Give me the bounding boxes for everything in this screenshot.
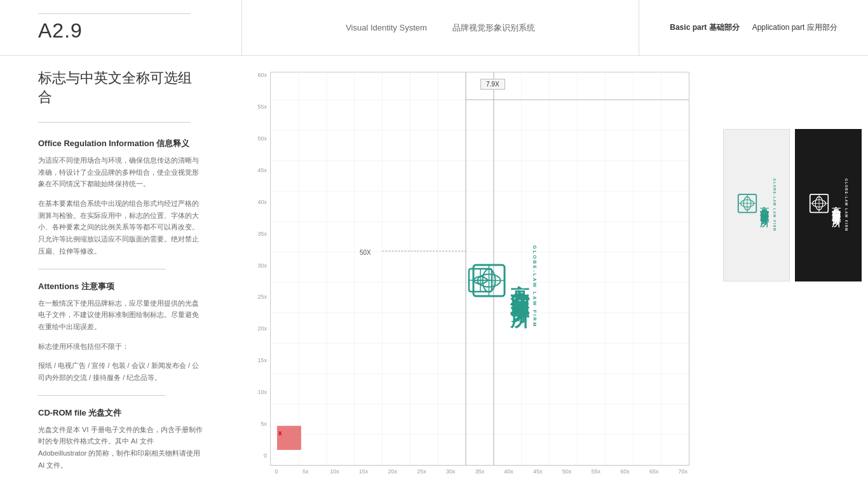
y-label-30: 30x	[251, 262, 267, 269]
dim-50x-label: 50X	[360, 249, 371, 256]
section2-title: Attentions 注意事项	[38, 281, 203, 292]
x-axis: 0 5x 10x 15x 20x 25x 30x 35x 40x 45x 50x…	[270, 466, 689, 475]
x-label-65: 65x	[648, 468, 660, 475]
y-label-15: 15x	[251, 357, 267, 363]
x-label-10: 10x	[328, 468, 341, 475]
sample-light-en: GLOBE-LAW LAW FIRM	[773, 179, 776, 232]
header-title-en: Visual Identity System	[346, 23, 427, 32]
y-label-5: 5x	[251, 421, 267, 427]
y-label-0: 0	[251, 452, 267, 459]
y-label-50: 50x	[251, 135, 267, 142]
left-panel: 标志与中英文全称可选组合 Office Regulation Informati…	[0, 56, 241, 488]
x-label-25: 25x	[416, 468, 428, 475]
section1-title: Office Regulation Information 信息释义	[38, 138, 203, 149]
x-label-15: 15x	[357, 468, 370, 475]
sample-dark-icon	[809, 193, 829, 217]
x-label-30: 30x	[444, 468, 457, 475]
section3-title: CD-ROM file 光盘文件	[38, 407, 203, 419]
page-code: A2.9	[38, 19, 241, 43]
main-title: 标志与中英文全称可选组合	[38, 69, 203, 112]
dim-79x-label: 7.9X	[480, 79, 505, 90]
header-title-cn: 品牌视觉形象识别系统	[452, 22, 535, 34]
section1-body1: 为适应不同使用场合与环境，确保信息传达的清晰与准确，特设计了企业品牌的多种组合，…	[38, 154, 203, 190]
header-top-line	[38, 13, 191, 14]
logo-sample-light: 高文律师事务所 GLOBE-LAW LAW FIRM	[723, 129, 790, 281]
section2-body2: 标志使用环境包括但不限于：	[38, 341, 203, 353]
y-label-40: 40x	[251, 199, 267, 205]
header-center: Visual Identity System 品牌视觉形象识别系统	[241, 0, 639, 55]
logo-samples-container: 高文律师事务所 GLOBE-LAW LAW FIRM 高文律师事务所 GLOBE…	[723, 129, 862, 281]
section1-body2: 在基本要素组合系统中出现的组合形式均经过严格的测算与检验。在实际应用中，标志的位…	[38, 198, 203, 257]
grid-container: 7.9X 50X x	[270, 72, 689, 466]
big-logo-svg	[471, 263, 506, 304]
header: A2.9 Visual Identity System 品牌视觉形象识别系统 B…	[0, 0, 868, 56]
x-label-70: 70x	[677, 468, 689, 475]
sample-dark-cn: 高文律师事务所	[831, 199, 843, 212]
x-label-20: 20x	[386, 468, 399, 475]
y-label-25: 25x	[251, 294, 267, 300]
right-panel: 0 5x 10x 15x 20x 25x 30x 35x 40x 45x 50x…	[241, 56, 868, 488]
x-label-50: 50x	[560, 468, 573, 475]
x-label-45: 45x	[531, 468, 544, 475]
x-label-5: 5x	[299, 468, 312, 475]
big-logo-area: 高文律师事务所 GLOBE-LAW LAW FIRM	[468, 100, 557, 467]
y-label-60: 60x	[251, 72, 267, 78]
header-left: A2.9	[0, 13, 241, 43]
logo-sample-dark: 高文律师事务所 GLOBE-LAW LAW FIRM	[795, 129, 862, 281]
red-x-mark: x	[278, 430, 282, 437]
divider-3	[38, 395, 165, 396]
y-axis: 0 5x 10x 15x 20x 25x 30x 35x 40x 45x 50x…	[251, 72, 267, 459]
sample-light-icon	[737, 193, 757, 217]
sample-dark-en: GLOBE-LAW LAW FIRM	[844, 179, 848, 232]
x-label-60: 60x	[618, 468, 631, 475]
x-label-55: 55x	[590, 468, 602, 475]
y-label-55: 55x	[251, 104, 267, 110]
x-label-0: 0	[270, 468, 283, 475]
section3-body1: 光盘文件是本 VI 手册电子文件的集合，内含手册制作时的专用软件格式文件。其中 …	[38, 424, 203, 471]
nav-basic[interactable]: Basic part 基础部分	[670, 22, 739, 33]
y-label-45: 45x	[251, 167, 267, 173]
big-logo-cn-text: 高文律师事务所	[510, 131, 529, 436]
header-right: Basic part 基础部分 Application part 应用部分	[639, 0, 868, 55]
x-label-35: 35x	[473, 468, 486, 475]
sample-light-cn: 高文律师事务所	[759, 199, 771, 212]
divider-1	[38, 122, 191, 123]
y-label-20: 20x	[251, 325, 267, 332]
y-label-35: 35x	[251, 231, 267, 237]
divider-2	[38, 269, 165, 269]
nav-application[interactable]: Application part 应用部分	[752, 22, 837, 33]
section2-body3: 报纸 / 电视广告 / 宣传 / 包装 / 会议 / 新闻发布会 / 公司内外部…	[38, 360, 203, 383]
y-label-10: 10x	[251, 389, 267, 395]
big-logo-en-text: GLOBE-LAW LAW FIRM	[532, 191, 538, 382]
section2-body1: 在一般情况下使用品牌标志，应尽量使用提供的光盘电子文件，不建议使用标准制图绘制标…	[38, 297, 203, 333]
x-label-40: 40x	[503, 468, 515, 475]
